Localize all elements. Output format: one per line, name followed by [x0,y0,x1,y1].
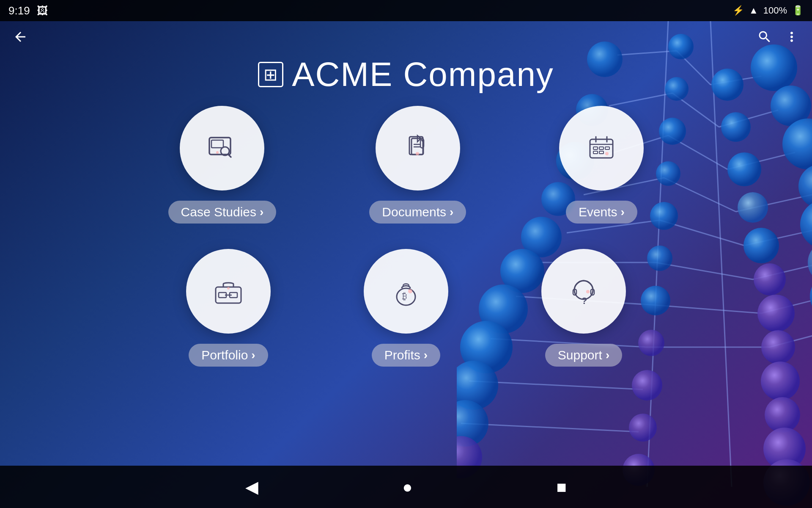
more-options-button[interactable] [784,29,799,47]
svg-rect-71 [211,140,223,148]
recents-nav-button[interactable]: ■ [557,478,567,497]
svg-point-97 [408,289,412,293]
home-nav-button[interactable]: ● [402,478,412,497]
back-button[interactable] [13,29,28,47]
acme-logo-icon [258,62,283,87]
battery-text: 100% [763,5,787,16]
menu-grid: Case Studies › Documents › [0,106,812,367]
chevron-documents: › [450,205,453,219]
menu-item-case-studies[interactable]: Case Studies › [168,106,277,224]
svg-point-74 [216,151,219,154]
chevron-support: › [606,348,609,362]
status-right: ⚡ ▲ 100% 🔋 [732,5,804,16]
case-studies-icon [203,129,241,167]
events-icon [582,129,620,167]
nav-bar [0,21,812,55]
menu-label-case-studies[interactable]: Case Studies › [168,201,277,224]
portfolio-icon [209,272,247,310]
svg-rect-86 [605,147,609,149]
menu-label-profits[interactable]: Profits › [372,344,440,367]
menu-circle-documents[interactable] [376,106,460,190]
status-left: 9:19 🖼 [8,4,48,17]
menu-circle-portfolio[interactable] [186,249,271,334]
svg-point-44 [761,362,800,400]
menu-item-documents[interactable]: Documents › [369,106,466,224]
menu-label-support[interactable]: Support › [545,344,622,367]
status-bar: 9:19 🖼 ⚡ ▲ 100% 🔋 [0,0,812,21]
menu-item-support[interactable]: ? Support › [541,249,626,367]
svg-rect-84 [593,147,598,149]
app-title: ACME Company [292,55,554,94]
chevron-events: › [621,205,625,219]
menu-item-profits[interactable]: ₿ Profits › [364,249,448,367]
app-title-container: ACME Company [0,55,812,94]
svg-text:₿: ₿ [402,291,407,301]
menu-label-events[interactable]: Events › [566,201,637,224]
svg-point-102 [586,290,590,293]
svg-rect-87 [593,151,598,154]
profits-icon: ₿ [387,272,425,310]
back-nav-button[interactable]: ◀ [245,477,258,497]
chevron-profits: › [424,348,428,362]
nav-icons-right [757,29,799,47]
svg-point-57 [629,414,657,442]
svg-point-89 [605,152,609,155]
chevron-portfolio: › [251,348,255,362]
svg-point-45 [765,397,800,433]
menu-circle-events[interactable] [559,106,644,190]
svg-text:?: ? [582,295,587,306]
documents-icon [399,129,437,167]
support-icon: ? [565,272,603,310]
battery-icon: 🔋 [792,5,804,16]
menu-row-2: Portfolio › ₿ Profits › [186,249,626,367]
menu-label-documents[interactable]: Documents › [369,201,466,224]
chevron-case-studies: › [260,205,263,219]
wifi-icon: ▲ [749,5,758,16]
search-button[interactable] [757,29,772,47]
menu-circle-profits[interactable]: ₿ [364,249,448,334]
bottom-nav-bar: ◀ ● ■ [0,466,812,508]
bluetooth-icon: ⚡ [732,5,744,16]
photo-icon: 🖼 [37,4,48,17]
svg-point-94 [227,287,230,290]
svg-line-19 [609,93,672,106]
time-display: 9:19 [8,4,30,17]
menu-circle-support[interactable]: ? [541,249,626,334]
menu-item-events[interactable]: Events › [559,106,644,224]
menu-label-portfolio[interactable]: Portfolio › [189,344,268,367]
svg-rect-88 [599,151,604,154]
svg-rect-85 [599,147,604,149]
svg-point-56 [632,370,662,400]
menu-item-portfolio[interactable]: Portfolio › [186,249,271,367]
menu-row-1: Case Studies › Documents › [168,106,644,224]
svg-point-79 [416,152,419,155]
menu-circle-case-studies[interactable] [180,106,264,190]
